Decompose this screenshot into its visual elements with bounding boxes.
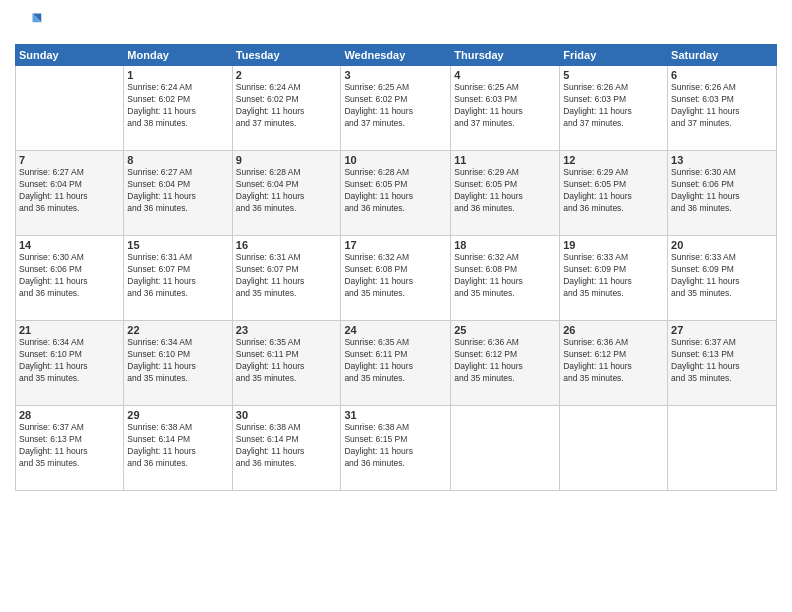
calendar-cell: 27Sunrise: 6:37 AM Sunset: 6:13 PM Dayli… bbox=[668, 321, 777, 406]
calendar-cell: 30Sunrise: 6:38 AM Sunset: 6:14 PM Dayli… bbox=[232, 406, 341, 491]
weekday-header-tuesday: Tuesday bbox=[232, 45, 341, 66]
calendar-cell: 8Sunrise: 6:27 AM Sunset: 6:04 PM Daylig… bbox=[124, 151, 232, 236]
calendar-cell: 28Sunrise: 6:37 AM Sunset: 6:13 PM Dayli… bbox=[16, 406, 124, 491]
day-number: 12 bbox=[563, 154, 664, 166]
day-info: Sunrise: 6:28 AM Sunset: 6:05 PM Dayligh… bbox=[344, 167, 447, 215]
calendar-cell: 15Sunrise: 6:31 AM Sunset: 6:07 PM Dayli… bbox=[124, 236, 232, 321]
calendar-cell: 23Sunrise: 6:35 AM Sunset: 6:11 PM Dayli… bbox=[232, 321, 341, 406]
calendar-cell: 9Sunrise: 6:28 AM Sunset: 6:04 PM Daylig… bbox=[232, 151, 341, 236]
day-number: 19 bbox=[563, 239, 664, 251]
day-number: 14 bbox=[19, 239, 120, 251]
day-info: Sunrise: 6:27 AM Sunset: 6:04 PM Dayligh… bbox=[19, 167, 120, 215]
calendar-cell: 31Sunrise: 6:38 AM Sunset: 6:15 PM Dayli… bbox=[341, 406, 451, 491]
weekday-header-friday: Friday bbox=[560, 45, 668, 66]
day-number: 8 bbox=[127, 154, 228, 166]
day-number: 27 bbox=[671, 324, 773, 336]
day-number: 1 bbox=[127, 69, 228, 81]
calendar-cell: 21Sunrise: 6:34 AM Sunset: 6:10 PM Dayli… bbox=[16, 321, 124, 406]
day-info: Sunrise: 6:38 AM Sunset: 6:15 PM Dayligh… bbox=[344, 422, 447, 470]
week-row-4: 28Sunrise: 6:37 AM Sunset: 6:13 PM Dayli… bbox=[16, 406, 777, 491]
day-info: Sunrise: 6:27 AM Sunset: 6:04 PM Dayligh… bbox=[127, 167, 228, 215]
calendar-cell: 10Sunrise: 6:28 AM Sunset: 6:05 PM Dayli… bbox=[341, 151, 451, 236]
calendar-cell bbox=[668, 406, 777, 491]
calendar-cell bbox=[560, 406, 668, 491]
calendar-cell: 25Sunrise: 6:36 AM Sunset: 6:12 PM Dayli… bbox=[451, 321, 560, 406]
weekday-header-row: SundayMondayTuesdayWednesdayThursdayFrid… bbox=[16, 45, 777, 66]
calendar-cell: 17Sunrise: 6:32 AM Sunset: 6:08 PM Dayli… bbox=[341, 236, 451, 321]
day-info: Sunrise: 6:30 AM Sunset: 6:06 PM Dayligh… bbox=[671, 167, 773, 215]
day-info: Sunrise: 6:37 AM Sunset: 6:13 PM Dayligh… bbox=[19, 422, 120, 470]
day-info: Sunrise: 6:25 AM Sunset: 6:03 PM Dayligh… bbox=[454, 82, 556, 130]
calendar-cell: 13Sunrise: 6:30 AM Sunset: 6:06 PM Dayli… bbox=[668, 151, 777, 236]
calendar-cell: 19Sunrise: 6:33 AM Sunset: 6:09 PM Dayli… bbox=[560, 236, 668, 321]
day-number: 18 bbox=[454, 239, 556, 251]
day-info: Sunrise: 6:26 AM Sunset: 6:03 PM Dayligh… bbox=[563, 82, 664, 130]
day-number: 7 bbox=[19, 154, 120, 166]
day-number: 16 bbox=[236, 239, 338, 251]
day-number: 20 bbox=[671, 239, 773, 251]
page-header bbox=[15, 10, 777, 38]
calendar-cell: 2Sunrise: 6:24 AM Sunset: 6:02 PM Daylig… bbox=[232, 66, 341, 151]
weekday-header-monday: Monday bbox=[124, 45, 232, 66]
day-info: Sunrise: 6:35 AM Sunset: 6:11 PM Dayligh… bbox=[344, 337, 447, 385]
logo bbox=[15, 10, 47, 38]
weekday-header-sunday: Sunday bbox=[16, 45, 124, 66]
day-number: 30 bbox=[236, 409, 338, 421]
day-number: 23 bbox=[236, 324, 338, 336]
day-info: Sunrise: 6:33 AM Sunset: 6:09 PM Dayligh… bbox=[671, 252, 773, 300]
day-number: 28 bbox=[19, 409, 120, 421]
logo-icon bbox=[15, 10, 43, 38]
day-info: Sunrise: 6:28 AM Sunset: 6:04 PM Dayligh… bbox=[236, 167, 338, 215]
day-number: 29 bbox=[127, 409, 228, 421]
day-info: Sunrise: 6:37 AM Sunset: 6:13 PM Dayligh… bbox=[671, 337, 773, 385]
calendar-cell: 18Sunrise: 6:32 AM Sunset: 6:08 PM Dayli… bbox=[451, 236, 560, 321]
week-row-0: 1Sunrise: 6:24 AM Sunset: 6:02 PM Daylig… bbox=[16, 66, 777, 151]
weekday-header-saturday: Saturday bbox=[668, 45, 777, 66]
calendar-cell: 4Sunrise: 6:25 AM Sunset: 6:03 PM Daylig… bbox=[451, 66, 560, 151]
day-info: Sunrise: 6:31 AM Sunset: 6:07 PM Dayligh… bbox=[127, 252, 228, 300]
day-number: 13 bbox=[671, 154, 773, 166]
day-info: Sunrise: 6:29 AM Sunset: 6:05 PM Dayligh… bbox=[563, 167, 664, 215]
week-row-3: 21Sunrise: 6:34 AM Sunset: 6:10 PM Dayli… bbox=[16, 321, 777, 406]
day-info: Sunrise: 6:33 AM Sunset: 6:09 PM Dayligh… bbox=[563, 252, 664, 300]
day-number: 21 bbox=[19, 324, 120, 336]
day-number: 10 bbox=[344, 154, 447, 166]
day-info: Sunrise: 6:34 AM Sunset: 6:10 PM Dayligh… bbox=[19, 337, 120, 385]
calendar-cell: 1Sunrise: 6:24 AM Sunset: 6:02 PM Daylig… bbox=[124, 66, 232, 151]
day-info: Sunrise: 6:30 AM Sunset: 6:06 PM Dayligh… bbox=[19, 252, 120, 300]
weekday-header-wednesday: Wednesday bbox=[341, 45, 451, 66]
calendar-cell: 22Sunrise: 6:34 AM Sunset: 6:10 PM Dayli… bbox=[124, 321, 232, 406]
week-row-2: 14Sunrise: 6:30 AM Sunset: 6:06 PM Dayli… bbox=[16, 236, 777, 321]
day-info: Sunrise: 6:34 AM Sunset: 6:10 PM Dayligh… bbox=[127, 337, 228, 385]
calendar-cell: 24Sunrise: 6:35 AM Sunset: 6:11 PM Dayli… bbox=[341, 321, 451, 406]
day-number: 5 bbox=[563, 69, 664, 81]
calendar-cell: 7Sunrise: 6:27 AM Sunset: 6:04 PM Daylig… bbox=[16, 151, 124, 236]
weekday-header-thursday: Thursday bbox=[451, 45, 560, 66]
calendar-cell bbox=[16, 66, 124, 151]
calendar-cell: 6Sunrise: 6:26 AM Sunset: 6:03 PM Daylig… bbox=[668, 66, 777, 151]
day-number: 11 bbox=[454, 154, 556, 166]
day-number: 15 bbox=[127, 239, 228, 251]
calendar-cell: 12Sunrise: 6:29 AM Sunset: 6:05 PM Dayli… bbox=[560, 151, 668, 236]
day-number: 2 bbox=[236, 69, 338, 81]
day-number: 31 bbox=[344, 409, 447, 421]
day-number: 25 bbox=[454, 324, 556, 336]
day-info: Sunrise: 6:32 AM Sunset: 6:08 PM Dayligh… bbox=[344, 252, 447, 300]
day-number: 6 bbox=[671, 69, 773, 81]
day-number: 24 bbox=[344, 324, 447, 336]
calendar-cell: 14Sunrise: 6:30 AM Sunset: 6:06 PM Dayli… bbox=[16, 236, 124, 321]
day-info: Sunrise: 6:35 AM Sunset: 6:11 PM Dayligh… bbox=[236, 337, 338, 385]
day-info: Sunrise: 6:38 AM Sunset: 6:14 PM Dayligh… bbox=[127, 422, 228, 470]
day-number: 4 bbox=[454, 69, 556, 81]
calendar-cell: 16Sunrise: 6:31 AM Sunset: 6:07 PM Dayli… bbox=[232, 236, 341, 321]
day-info: Sunrise: 6:31 AM Sunset: 6:07 PM Dayligh… bbox=[236, 252, 338, 300]
calendar-cell: 11Sunrise: 6:29 AM Sunset: 6:05 PM Dayli… bbox=[451, 151, 560, 236]
day-info: Sunrise: 6:36 AM Sunset: 6:12 PM Dayligh… bbox=[563, 337, 664, 385]
day-info: Sunrise: 6:29 AM Sunset: 6:05 PM Dayligh… bbox=[454, 167, 556, 215]
calendar-cell: 3Sunrise: 6:25 AM Sunset: 6:02 PM Daylig… bbox=[341, 66, 451, 151]
calendar-page: SundayMondayTuesdayWednesdayThursdayFrid… bbox=[0, 0, 792, 612]
week-row-1: 7Sunrise: 6:27 AM Sunset: 6:04 PM Daylig… bbox=[16, 151, 777, 236]
day-info: Sunrise: 6:25 AM Sunset: 6:02 PM Dayligh… bbox=[344, 82, 447, 130]
calendar-cell: 20Sunrise: 6:33 AM Sunset: 6:09 PM Dayli… bbox=[668, 236, 777, 321]
day-info: Sunrise: 6:24 AM Sunset: 6:02 PM Dayligh… bbox=[127, 82, 228, 130]
